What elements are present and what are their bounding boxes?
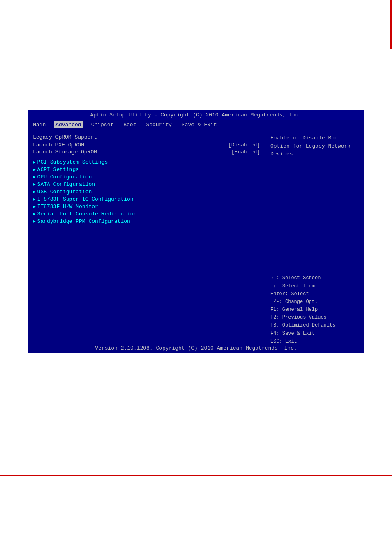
menu-main[interactable]: Main (31, 121, 47, 128)
footer-text: Version 2.10.1208. Copyright (C) 2010 Am… (95, 345, 297, 351)
nav-cpu-label: CPU Configuration (37, 174, 92, 180)
bios-footer: Version 2.10.1208. Copyright (C) 2010 Am… (28, 343, 364, 353)
nav-pci-label: PCI Subsystem Settings (37, 159, 108, 165)
nav-cpu[interactable]: ► CPU Configuration (33, 174, 260, 180)
nav-subsection: ► PCI Subsystem Settings ► ACPI Settings… (33, 159, 260, 225)
nav-serial-port-label: Serial Port Console Redirection (37, 211, 137, 217)
menu-save-exit[interactable]: Save & Exit (180, 121, 219, 128)
nav-usb-label: USB Configuration (37, 189, 92, 195)
bios-title: Aptio Setup Utility - Copyright (C) 2010… (28, 110, 364, 120)
menu-bar: Main Advanced Chipset Boot Security Save… (28, 120, 364, 130)
setting-pxe-label: Launch PXE OpROM (33, 142, 84, 148)
nav-it8783f-hwmon-label: IT8783F H/W Monitor (37, 204, 98, 210)
key-help-enter: Enter: Select (270, 290, 359, 298)
nav-usb[interactable]: ► USB Configuration (33, 189, 260, 195)
red-bar-top (390, 0, 392, 49)
nav-pci[interactable]: ► PCI Subsystem Settings (33, 159, 260, 165)
help-text: Enable or Disable Boot Option for Legacy… (270, 134, 359, 158)
title-text: Aptio Setup Utility - Copyright (C) 2010… (90, 112, 302, 118)
key-help-select-screen: →←: Select Screen (270, 274, 359, 282)
nav-arrow-pci: ► (33, 160, 36, 165)
nav-arrow-it8783f-hwmon: ► (33, 204, 36, 209)
nav-arrow-it8783f-superio: ► (33, 197, 36, 202)
nav-acpi[interactable]: ► ACPI Settings (33, 167, 260, 173)
key-help-select-item: ↑↓: Select Item (270, 283, 359, 290)
right-panel: Enable or Disable Boot Option for Legacy… (265, 130, 364, 350)
key-help-change-opt: +/-: Change Opt. (270, 298, 359, 306)
nav-sata-label: SATA Configuration (37, 181, 95, 188)
nav-arrow-cpu: ► (33, 175, 36, 180)
nav-arrow-acpi: ► (33, 167, 36, 172)
nav-serial-port[interactable]: ► Serial Port Console Redirection (33, 211, 260, 217)
red-bar-bottom (0, 475, 392, 476)
bios-screen: Aptio Setup Utility - Copyright (C) 2010… (28, 110, 364, 353)
nav-sandybridge[interactable]: ► Sandybridge PPM Configuration (33, 218, 260, 225)
nav-it8783f-superio-label: IT8783F Super IO Configuration (37, 196, 134, 202)
setting-storage-label: Launch Storage OpROM (33, 149, 97, 155)
key-help-f4: F4: Save & Exit (270, 330, 359, 338)
key-help-f1: F1: General Help (270, 306, 359, 314)
setting-storage-value: [Enabled] (231, 149, 260, 155)
nav-arrow-sandybridge: ► (33, 219, 36, 224)
content-area: Legacy OpROM Support Launch PXE OpROM [D… (28, 130, 364, 350)
nav-sandybridge-label: Sandybridge PPM Configuration (37, 218, 130, 225)
setting-storage-row[interactable]: Launch Storage OpROM [Enabled] (33, 149, 260, 155)
key-help-section: →←: Select Screen ↑↓: Select Item Enter:… (270, 274, 359, 345)
right-divider (270, 165, 359, 165)
left-panel: Legacy OpROM Support Launch PXE OpROM [D… (28, 130, 265, 350)
key-help-f2: F2: Previous Values (270, 314, 359, 322)
nav-arrow-sata: ► (33, 182, 36, 187)
key-help-f3: F3: Optimized Defaults (270, 322, 359, 329)
nav-sata[interactable]: ► SATA Configuration (33, 181, 260, 188)
setting-pxe-row[interactable]: Launch PXE OpROM [Disabled] (33, 142, 260, 148)
menu-chipset[interactable]: Chipset (90, 121, 115, 128)
nav-acpi-label: ACPI Settings (37, 167, 79, 173)
legacy-section-label: Legacy OpROM Support (33, 134, 260, 140)
nav-it8783f-hwmon[interactable]: ► IT8783F H/W Monitor (33, 204, 260, 210)
menu-security[interactable]: Security (144, 121, 173, 128)
menu-advanced[interactable]: Advanced (54, 121, 83, 128)
menu-boot[interactable]: Boot (122, 121, 138, 128)
nav-it8783f-superio[interactable]: ► IT8783F Super IO Configuration (33, 196, 260, 202)
setting-pxe-value: [Disabled] (228, 142, 260, 148)
nav-arrow-serial-port: ► (33, 212, 36, 217)
nav-arrow-usb: ► (33, 190, 36, 195)
